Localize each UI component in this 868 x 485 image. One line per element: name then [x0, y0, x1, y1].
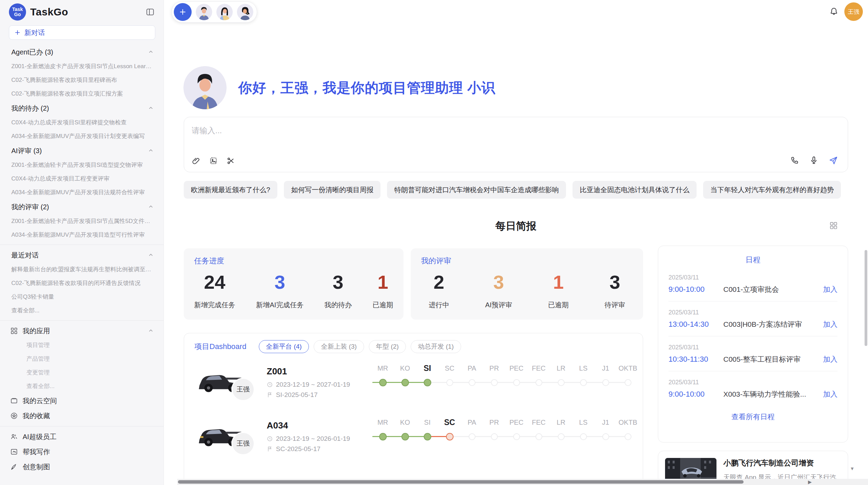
- vertical-scrollbar-thumb[interactable]: [865, 250, 867, 346]
- suggestion-chip[interactable]: 当下年轻人对汽车外观有怎样的喜好趋势: [703, 181, 841, 199]
- sidebar-task-item[interactable]: A034-全新新能源MUV产品开发项目法规符合性评审: [0, 186, 164, 199]
- recent-chat-item[interactable]: 解释最新出台的欧盟报废车法规再生塑料比例被调至15%...: [0, 263, 164, 276]
- new-chat-button[interactable]: 新对话: [9, 25, 155, 40]
- milestone-label: PR: [483, 362, 505, 374]
- recent-chat-item[interactable]: C02-飞腾新能源轻客改款项目的闭环通告反馈情况: [0, 276, 164, 290]
- people-icon: [10, 433, 18, 440]
- event-name: X003-车辆动力学性能验...: [723, 389, 819, 399]
- sidebar-task-item[interactable]: C02-飞腾新能源轻客改款项目里程碑画布: [0, 73, 164, 87]
- recent-view-all[interactable]: 查看全部...: [0, 304, 164, 318]
- join-link[interactable]: 加入: [823, 355, 837, 364]
- flag-icon: [267, 446, 273, 452]
- sidebar-item-cloud-space[interactable]: 我的云空间: [0, 393, 164, 408]
- filter-chip[interactable]: 全新平台 (4): [259, 340, 309, 353]
- divider: [0, 245, 164, 245]
- sidebar-task-item[interactable]: C0X4-动力总成开发项目SI里程碑提交物检查: [0, 116, 164, 129]
- milestone-dot-cell: [505, 428, 528, 445]
- join-link[interactable]: 加入: [823, 285, 837, 294]
- milestone-label: MR: [372, 362, 394, 374]
- phone-icon[interactable]: [790, 156, 799, 165]
- suggestion-chip[interactable]: 特朗普可能对进口汽车增税会对中国车企造成哪些影响: [387, 181, 566, 199]
- stat-label: 待评审: [605, 300, 625, 310]
- sidebar-task-item[interactable]: A034-全新新能源MUV产品开发项目造型可行性评审: [0, 228, 164, 242]
- app-item[interactable]: 产品管理: [0, 352, 164, 366]
- assistant-avatar-1[interactable]: [196, 4, 212, 20]
- section-header-my-review[interactable]: 我的评审 (2): [0, 199, 164, 214]
- stat-label: 新增AI完成任务: [256, 300, 304, 310]
- section-header-recent-chats[interactable]: 最近对话: [0, 248, 164, 263]
- plus-icon: [14, 29, 21, 36]
- add-assistant-button[interactable]: [174, 3, 192, 21]
- schedule-title: 日程: [668, 246, 837, 266]
- sidebar-task-item[interactable]: Z001-全新燃油皮卡产品开发项目SI节点Lesson Learn报告: [0, 60, 164, 73]
- milestone-dot-cell: [394, 374, 416, 391]
- attachment-icon[interactable]: [192, 157, 200, 165]
- schedule-event: 2025/03/11 9:00-10:00 C001-立项审批会 加入: [668, 266, 837, 301]
- scroll-right-arrow-icon[interactable]: ▶: [808, 479, 812, 485]
- apps-view-all[interactable]: 查看全部...: [0, 380, 164, 393]
- app-item[interactable]: 项目管理: [0, 338, 164, 352]
- sidebar-collapse-icon[interactable]: [146, 8, 155, 16]
- milestone-dot: [558, 433, 565, 440]
- project-info: A034 2023-12-19 ~ 2026-01-19 SC-2025-05-…: [267, 420, 370, 453]
- assistant-avatar-3[interactable]: [237, 4, 253, 20]
- sidebar-task-item[interactable]: Z001-全新燃油轻卡产品开发项目SI造型提交物评审: [0, 158, 164, 172]
- stat-value: 3: [485, 269, 512, 296]
- sidebar-header: Task Go TaskGo: [0, 0, 164, 24]
- stat-label: 已逾期: [373, 300, 393, 310]
- send-icon[interactable]: [829, 156, 838, 165]
- sidebar-item-help-me-write[interactable]: 帮我写作: [0, 444, 164, 459]
- image-icon[interactable]: [209, 157, 218, 165]
- stat-label: 我的待办: [324, 300, 352, 310]
- filter-chip[interactable]: 动总开发 (1): [411, 340, 461, 353]
- sidebar-item-favorites[interactable]: 我的收藏: [0, 408, 164, 423]
- stat: 1 已逾期: [548, 269, 569, 310]
- user-avatar[interactable]: 王强: [844, 2, 863, 21]
- section-title: AI评审 (3): [11, 146, 42, 156]
- sidebar-task-item[interactable]: C02-飞腾新能源轻客改款项目立项汇报方案: [0, 87, 164, 101]
- notifications-bell-icon[interactable]: [829, 7, 839, 16]
- assistant-avatar-2[interactable]: [216, 4, 233, 20]
- join-link[interactable]: 加入: [823, 389, 837, 399]
- milestone-label: LS: [572, 416, 594, 428]
- view-all-schedule-link[interactable]: 查看所有日程: [668, 406, 837, 422]
- milestone-dots: [372, 374, 639, 391]
- filter-chip[interactable]: 年型 (2): [369, 340, 406, 353]
- recent-chat-item[interactable]: 公司Q3轻卡销量: [0, 290, 164, 304]
- dashboard-filters: 全新平台 (4)全新上装 (3)年型 (2)动总开发 (1): [259, 340, 461, 353]
- project-row-z001[interactable]: 王强 Z001 2023-12-19 ~ 2027-01-19 SI-2025-…: [184, 355, 643, 409]
- suggestion-chip[interactable]: 如何写一份清晰的项目周报: [284, 181, 381, 199]
- horizontal-scrollbar[interactable]: ▶: [177, 479, 868, 485]
- filter-chip[interactable]: 全新上装 (3): [314, 340, 364, 353]
- sidebar-item-ai-super-staff[interactable]: AI超级员工: [0, 429, 164, 444]
- event-date: 2025/03/11: [668, 274, 837, 281]
- chevron-up-icon: [148, 49, 154, 55]
- sidebar-item-my-apps[interactable]: 我的应用: [0, 323, 164, 338]
- section-title: 我的待办 (2): [11, 104, 49, 113]
- project-dates-text: 2023-12-19 ~ 2026-01-19: [276, 435, 350, 443]
- sidebar-task-item[interactable]: C0X4-动力总成开发项目工程变更评审: [0, 172, 164, 186]
- suggestion-chip[interactable]: 欧洲新规最近颁布了什么?: [184, 181, 277, 199]
- app-item[interactable]: 变更管理: [0, 366, 164, 380]
- layout-grid-icon[interactable]: [829, 221, 838, 230]
- sidebar-item-creative-drawing[interactable]: 创意制图: [0, 459, 164, 474]
- microphone-icon[interactable]: [809, 156, 818, 165]
- horizontal-scrollbar-thumb[interactable]: [178, 480, 744, 484]
- sidebar-task-item[interactable]: Z001-全新燃油轻卡产品开发项目SI节点属性5D文件评审: [0, 214, 164, 228]
- milestone-dot: [602, 379, 609, 386]
- suggestion-chip[interactable]: 比亚迪全固态电池计划具体说了什么: [572, 181, 697, 199]
- milestone-label: KO: [394, 416, 416, 428]
- section-header-my-todo[interactable]: 我的待办 (2): [0, 101, 164, 116]
- chat-input[interactable]: [192, 125, 740, 147]
- milestone-dot-cell: [528, 374, 550, 391]
- scissors-icon[interactable]: [227, 157, 235, 165]
- event-time: 9:00-10:00: [668, 285, 723, 294]
- join-link[interactable]: 加入: [823, 320, 837, 329]
- section-header-agent-done[interactable]: Agent已办 (3): [0, 45, 164, 60]
- sidebar-task-item[interactable]: A034-全新新能源MUV产品开发项目计划变更表编写: [0, 129, 164, 143]
- ai-super-staff-label: AI超级员工: [23, 432, 57, 442]
- event-time: 9:00-10:00: [668, 390, 723, 399]
- scroll-down-arrow-icon[interactable]: ▼: [850, 466, 855, 471]
- section-header-ai-review[interactable]: AI评审 (3): [0, 143, 164, 158]
- project-row-a034[interactable]: 王强 A034 2023-12-19 ~ 2026-01-19 SC-2025-…: [184, 409, 643, 463]
